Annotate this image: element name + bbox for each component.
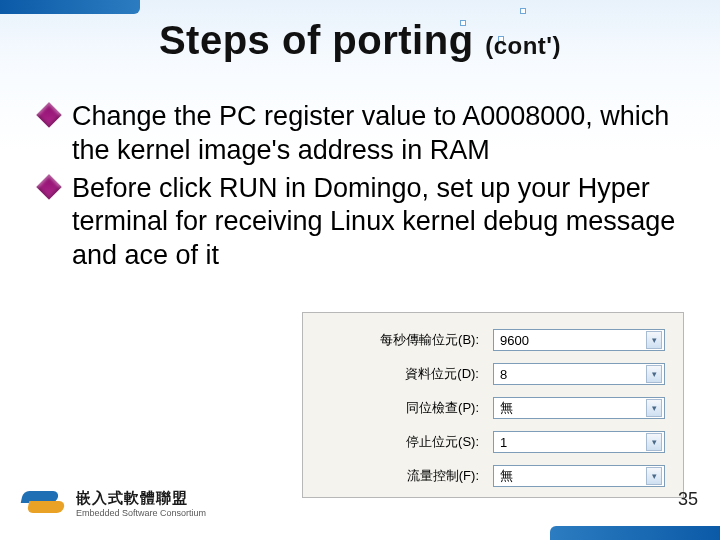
decor-corner-bottom	[550, 526, 720, 540]
logo-icon	[22, 488, 66, 518]
bullet-item: Change the PC register value to A0008000…	[40, 100, 680, 168]
title-main: Steps of porting	[159, 18, 474, 62]
select-value: 無	[500, 399, 513, 417]
flow-control-label: 流量控制(F):	[321, 467, 493, 485]
serial-settings-dialog: 每秒傳輸位元(B): 9600 ▾ 資料位元(D): 8 ▾ 同位檢查(P): …	[302, 312, 684, 498]
page-number: 35	[678, 489, 698, 510]
title-cont: (cont')	[485, 32, 561, 59]
parity-select[interactable]: 無 ▾	[493, 397, 665, 419]
select-value: 無	[500, 467, 513, 485]
bullet-text: Before click RUN in Domingo, set up your…	[72, 173, 675, 271]
slide-title: Steps of porting (cont')	[0, 18, 720, 63]
baud-rate-select[interactable]: 9600 ▾	[493, 329, 665, 351]
setting-row: 每秒傳輸位元(B): 9600 ▾	[321, 327, 665, 353]
logo-text: 嵌入式軟體聯盟 Embedded Software Consortium	[76, 489, 206, 518]
select-value: 8	[500, 367, 507, 382]
stop-bits-select[interactable]: 1 ▾	[493, 431, 665, 453]
logo-text-en: Embedded Software Consortium	[76, 508, 206, 518]
parity-label: 同位檢查(P):	[321, 399, 493, 417]
data-bits-select[interactable]: 8 ▾	[493, 363, 665, 385]
setting-row: 資料位元(D): 8 ▾	[321, 361, 665, 387]
select-value: 1	[500, 435, 507, 450]
chevron-down-icon: ▾	[646, 399, 662, 417]
chevron-down-icon: ▾	[646, 331, 662, 349]
data-bits-label: 資料位元(D):	[321, 365, 493, 383]
slide-body: Change the PC register value to A0008000…	[40, 100, 680, 277]
flow-control-select[interactable]: 無 ▾	[493, 465, 665, 487]
stop-bits-label: 停止位元(S):	[321, 433, 493, 451]
chevron-down-icon: ▾	[646, 467, 662, 485]
select-value: 9600	[500, 333, 529, 348]
decor-node-icon	[520, 8, 526, 14]
decor-corner-top	[0, 0, 140, 14]
setting-row: 同位檢查(P): 無 ▾	[321, 395, 665, 421]
slide: Steps of porting (cont') Change the PC r…	[0, 0, 720, 540]
bullet-text: Change the PC register value to A0008000…	[72, 101, 669, 165]
diamond-bullet-icon	[36, 174, 61, 199]
setting-row: 停止位元(S): 1 ▾	[321, 429, 665, 455]
chevron-down-icon: ▾	[646, 365, 662, 383]
diamond-bullet-icon	[36, 102, 61, 127]
setting-row: 流量控制(F): 無 ▾	[321, 463, 665, 489]
baud-rate-label: 每秒傳輸位元(B):	[321, 331, 493, 349]
bullet-item: Before click RUN in Domingo, set up your…	[40, 172, 680, 273]
logo-text-cn: 嵌入式軟體聯盟	[76, 489, 206, 508]
footer-logo: 嵌入式軟體聯盟 Embedded Software Consortium	[22, 488, 206, 518]
chevron-down-icon: ▾	[646, 433, 662, 451]
